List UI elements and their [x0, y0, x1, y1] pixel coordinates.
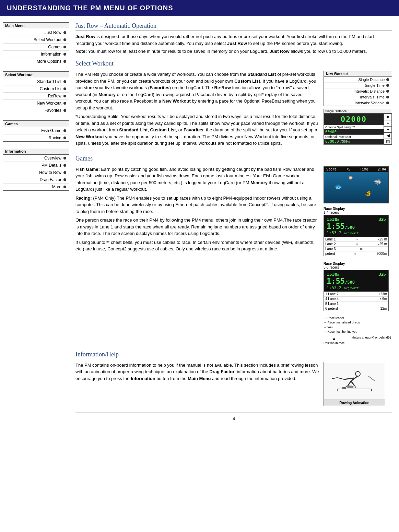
bullet-icon: [63, 178, 66, 181]
sd-paceboat-val: 0:00.0: [325, 139, 339, 144]
bullet-icon: [63, 80, 66, 83]
just-row-section: Just Row – Automatic Operation Just Row …: [75, 22, 392, 54]
information-text-col: The PM contains on-board information to …: [75, 362, 319, 406]
race14-lane-1: Lane 1 ○ -25 m: [324, 237, 388, 241]
fish-small-icon: 🐡: [348, 175, 353, 180]
sidebar-item-how-to-row[interactable]: How to Row: [3, 169, 69, 176]
svg-point-1: [355, 371, 360, 376]
information-title: Information: [3, 148, 69, 155]
nw-single-time[interactable]: Single Time: [324, 83, 392, 88]
fish-game-screen-container: Score 75 Time 2:04 🐟 🦈 🐠 🐡: [324, 166, 389, 203]
race58-lane-peterd: 6 peterd -12m: [324, 306, 388, 311]
bullet-icon: [386, 102, 389, 104]
main-menu-title: Main Menu: [3, 23, 69, 29]
just-row-note: Note: You must row for at least one minu…: [75, 49, 392, 54]
fish-enemy2-icon: 🐠: [365, 191, 371, 196]
rowing-animation-box: Rowing Animation: [324, 362, 385, 406]
just-row-heading: Just Row – Automatic Operation: [75, 22, 392, 31]
sidebar-item-games[interactable]: Games: [3, 44, 69, 51]
race-legend: → Race leader → Racer just ahead of you …: [324, 316, 360, 334]
race58-lane-3: 5 Lane 1: [324, 301, 388, 306]
bullet-icon: [63, 87, 66, 90]
information-box: Information Overview PM Details How to R…: [3, 148, 69, 191]
game-time-label: Time: [360, 167, 368, 171]
select-workout-footnote: *Understanding Splits: Your workout resu…: [75, 113, 319, 147]
race58-lanes: 1 Lane 7 +23m 4 Lane 4 • 9m 5 Lane 1: [324, 292, 388, 311]
left-sidebar: Main Menu Just Row Select Workout Games …: [0, 20, 72, 427]
nw-intervals-variable[interactable]: Intervals: Variable: [324, 100, 392, 106]
sd-play-btn[interactable]: ▶: [384, 114, 392, 120]
game-score-val: 75: [346, 167, 350, 171]
bullet-icon: [63, 164, 66, 167]
sidebar-item-racing[interactable]: Racing: [3, 134, 69, 141]
bullet-icon: [386, 96, 389, 98]
select-workout-heading: Select Workout: [75, 60, 392, 68]
games-text-col: Fish Game: Earn points by catching good …: [75, 166, 319, 345]
rowing-animation-label: Rowing Animation: [324, 400, 385, 406]
sd-minus-btn[interactable]: –: [384, 126, 392, 132]
svg-line-14: [368, 376, 375, 381]
racing-para1: Racing: (PM4 Only) The PM4 enables you t…: [75, 195, 319, 215]
race14-lanes: Lane 1 ○ -25 m Lane 2 ○ -25 m Lane 3: [324, 237, 388, 256]
sidebar-item-standard-list[interactable]: Standard List: [3, 78, 69, 85]
sidebar-item-pm-details[interactable]: PM Details: [3, 162, 69, 169]
race-display-58: 1530m 32w 1:55/500 1:53.2 avg/watt: [324, 270, 389, 311]
sidebar-item-drag-factor[interactable]: Drag Factor: [3, 176, 69, 184]
race-display-58-main: 1530m 32w 1:55/500 1:53.2 avg/watt: [324, 270, 388, 292]
race-display-14-title: Race Display 1-4 racers: [324, 207, 345, 214]
race14-wattrow: 1:53.2 avg/watt: [327, 230, 386, 235]
sd-paceboat-unit: /500m: [340, 140, 350, 143]
sidebar-item-favorites[interactable]: Favorites: [3, 107, 69, 114]
svg-rect-9: [342, 387, 346, 389]
fish-bad-icon: 🦈: [374, 179, 381, 186]
information-panel-col: Rowing Animation: [324, 362, 392, 406]
sidebar-item-information[interactable]: Information: [3, 51, 69, 58]
race58-split: 1:55/500: [327, 277, 386, 285]
information-heading: Information/Help: [75, 351, 392, 359]
single-distance-box: Single Distance 02000 Change Split Lengt…: [324, 109, 392, 145]
bullet-icon: [63, 129, 66, 132]
game-area: 🐟 🦈 🐠 🐡: [324, 172, 388, 203]
race14-lane-3: Lane 3 ⊕: [324, 246, 388, 251]
sd-back-btn[interactable]: ◀: [384, 132, 392, 139]
page-footer: 4: [75, 412, 392, 425]
nw-intervals-time[interactable]: Intervals: Time: [324, 94, 392, 100]
bullet-icon: [63, 60, 66, 63]
sidebar-item-more[interactable]: More: [3, 184, 69, 190]
position-label: ▲ Position in race: [324, 336, 345, 345]
sidebar-item-overview[interactable]: Overview: [3, 155, 69, 162]
bullet-icon: [63, 53, 66, 56]
sidebar-item-fish-game[interactable]: Fish Game: [3, 127, 69, 134]
race14-split: 1:55/500: [327, 222, 386, 230]
nw-single-distance[interactable]: Single Distance: [324, 77, 392, 83]
race14-watt: 32w: [378, 217, 386, 222]
svg-line-11: [354, 386, 356, 388]
select-workout-box: Select Workout Standard List Custom List…: [3, 71, 69, 114]
bullet-icon: [63, 95, 66, 97]
svg-line-3: [337, 378, 344, 379]
race58-lane-2: 4 Lane 4 • 9m: [324, 296, 388, 301]
sidebar-item-new-workout[interactable]: New Workout: [3, 100, 69, 107]
sidebar-item-rerow[interactable]: ReRow: [3, 93, 69, 100]
svg-point-8: [347, 386, 354, 388]
just-row-para1: Just Row is designed for those days when…: [75, 33, 392, 47]
select-workout-content: The PM lets you choose or create a wide …: [75, 71, 392, 149]
sd-plus-btn[interactable]: +: [384, 120, 392, 126]
sidebar-item-more-options[interactable]: More Options: [3, 58, 69, 65]
game-time-val: 2:04: [378, 167, 386, 171]
sd-logcard-btn[interactable]: 🔲: [384, 139, 392, 144]
legend-row-1: → Race leader: [324, 316, 360, 321]
games-heading: Games: [75, 155, 392, 163]
select-workout-title: Select Workout: [3, 72, 69, 78]
main-menu-box: Main Menu Just Row Select Workout Games …: [3, 22, 69, 65]
sidebar-item-custom-list[interactable]: Custom List: [3, 85, 69, 93]
sidebar-item-select-workout[interactable]: Select Workout: [3, 36, 69, 44]
nw-intervals-distance[interactable]: Intervals: Distance: [324, 88, 392, 94]
svg-line-4: [332, 378, 337, 379]
bullet-icon: [63, 102, 66, 105]
sd-paceboat-row: 0:00.0 /500m: [324, 139, 384, 144]
sidebar-item-just-row[interactable]: Just Row: [3, 29, 69, 36]
games-panel-col: Score 75 Time 2:04 🐟 🦈 🐠 🐡: [324, 166, 392, 345]
legend-row-3: → You: [324, 325, 360, 330]
information-content: The PM contains on-board information to …: [75, 362, 392, 406]
